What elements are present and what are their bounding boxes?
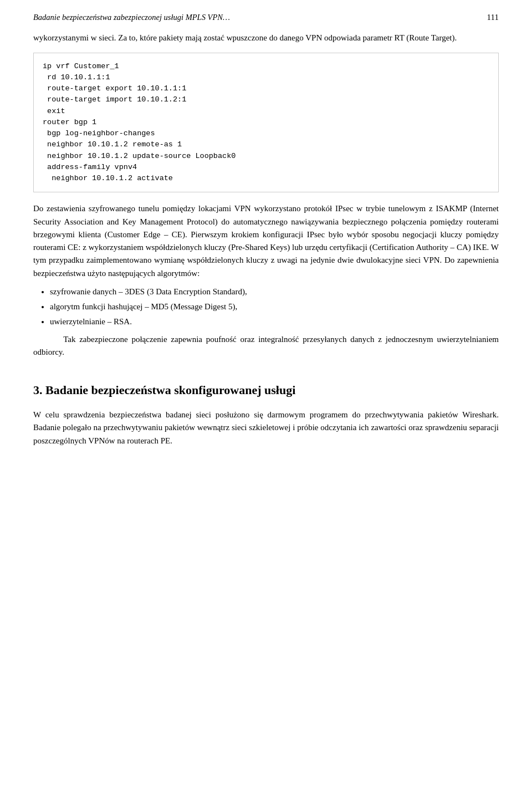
paragraph2-indent xyxy=(33,335,63,344)
page-number: 111 xyxy=(487,11,499,24)
paragraph1: Do zestawienia szyfrowanego tunelu pomię… xyxy=(33,202,499,280)
section3-number: 3. xyxy=(33,383,43,397)
intro-paragraph: wykorzystanymi w sieci. Za to, które pak… xyxy=(33,32,499,44)
paragraph2: Tak zabezpieczone połączenie zapewnia po… xyxy=(33,333,499,359)
list-item: szyfrowanie danych – 3DES (3 Data Encryp… xyxy=(50,285,499,298)
header-title: Badanie bezpieczeństwa zabezpieczonej us… xyxy=(33,11,230,23)
section3-heading: 3. Badanie bezpieczeństwa skonfigurowane… xyxy=(33,381,499,400)
bullet-list: szyfrowanie danych – 3DES (3 Data Encryp… xyxy=(50,285,499,329)
paragraph2-text: Tak zabezpieczone połączenie zapewnia po… xyxy=(33,335,499,356)
list-item: uwierzytelnianie – RSA. xyxy=(50,315,499,328)
section3-title: Badanie bezpieczeństwa skonfigurowanej u… xyxy=(45,383,295,397)
list-item: algorytm funkcji hashującej – MD5 (Messa… xyxy=(50,300,499,313)
code-block: ip vrf Customer_1 rd 10.10.1.1:1 route-t… xyxy=(33,53,499,193)
page-header: Badanie bezpieczeństwa zabezpieczonej us… xyxy=(33,11,499,24)
section3-body: W celu sprawdzenia bezpieczeństwa badane… xyxy=(33,409,499,447)
